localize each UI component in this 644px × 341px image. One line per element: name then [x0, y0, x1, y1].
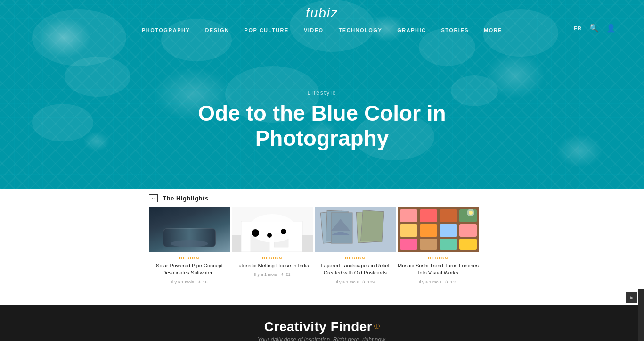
svg-point-8	[281, 229, 286, 234]
card-share-count: 129	[367, 280, 375, 284]
card-image-house	[232, 207, 313, 252]
search-icon[interactable]: 🔍	[589, 24, 599, 33]
arrow-left-icon: ‹	[152, 196, 153, 200]
hero-content: Lifestyle Ode to the Blue Color in Photo…	[0, 90, 644, 151]
creativity-title-row: Creativity Finder ⓘ	[264, 319, 380, 334]
svg-point-7	[267, 233, 272, 238]
card-title: Mosaic Sushi Trend Turns Lunches Into Vi…	[398, 262, 479, 277]
nav-item-photography[interactable]: PHOTOGRAPHY	[142, 27, 190, 33]
highlights-section: ‹ › The Highlights DESIGN Solar-Powered …	[0, 189, 644, 289]
card-time: Il y a 1 mois	[419, 280, 441, 284]
svg-rect-26	[440, 239, 457, 250]
divider-section	[0, 289, 644, 305]
card-title: Futuristic Melting House in India	[232, 262, 313, 269]
arrow-right-icon-small: ›	[154, 196, 155, 200]
nav-right-controls: FR 🔍 👤	[574, 24, 616, 33]
highlights-header: ‹ › The Highlights	[0, 194, 644, 207]
highlights-label: The Highlights	[163, 195, 208, 202]
card-category: DESIGN	[398, 256, 479, 260]
card-title: Layered Landscapes in Relief Created wit…	[315, 262, 396, 277]
svg-rect-18	[440, 209, 457, 222]
card-time: Il y a 1 mois	[254, 272, 277, 277]
creativity-finder-subtitle: Your daily dose of inspiration. Right he…	[0, 336, 644, 341]
card-share-count: 18	[203, 280, 208, 284]
card-share-icon: ✈ 115	[445, 280, 457, 284]
arrow-right-button[interactable]: ►	[626, 292, 637, 303]
hero-section: fubiz PHOTOGRAPHY DESIGN POP CULTURE VID…	[0, 0, 644, 189]
card-share-count: 21	[286, 272, 291, 277]
creativity-finder-title: Creativity Finder	[264, 319, 372, 334]
info-icon[interactable]: ⓘ	[374, 323, 380, 331]
card-share-icon: ✈ 18	[198, 280, 208, 284]
card-time: Il y a 1 mois	[336, 280, 359, 284]
vertical-divider	[322, 291, 322, 305]
nav-item-more[interactable]: MORE	[484, 27, 502, 33]
svg-rect-16	[400, 209, 417, 222]
card-time: Il y a 1 mois	[171, 280, 194, 284]
nav-item-graphic[interactable]: GRAPHIC	[397, 27, 426, 33]
card-item[interactable]: DESIGN Futuristic Melting House in India…	[232, 207, 313, 289]
card-share-icon: ✈ 21	[281, 272, 291, 277]
card-category: DESIGN	[315, 256, 396, 260]
card-image-landscape	[315, 207, 396, 252]
card-share-icon: ✈ 129	[362, 280, 375, 284]
card-image-sushi	[398, 207, 479, 252]
nav-item-stories[interactable]: STORIES	[441, 27, 469, 33]
svg-rect-22	[440, 224, 457, 237]
hero-title: Ode to the Blue Color in Photography	[157, 101, 487, 151]
dark-section: Creativity Finder ⓘ Your daily dose of i…	[0, 305, 644, 341]
svg-rect-23	[459, 224, 477, 237]
svg-point-5	[249, 214, 296, 242]
svg-point-29	[469, 211, 473, 215]
card-meta: Il y a 1 mois ✈ 21	[232, 272, 313, 277]
svg-rect-21	[420, 224, 437, 237]
svg-rect-24	[400, 239, 417, 250]
creativity-finder: Creativity Finder ⓘ Your daily dose of i…	[0, 319, 644, 341]
svg-rect-20	[400, 224, 417, 237]
svg-rect-25	[420, 239, 437, 250]
nav-item-design[interactable]: DESIGN	[205, 27, 229, 33]
sushi-svg	[398, 207, 479, 252]
card-category: DESIGN	[232, 256, 313, 260]
card-meta: Il y a 1 mois ✈ 129	[315, 280, 396, 284]
nav-item-technology[interactable]: TECHNOLOGY	[339, 27, 383, 33]
card-share-count: 115	[450, 280, 457, 284]
svg-rect-27	[459, 239, 477, 250]
house-svg	[232, 207, 313, 252]
svg-rect-14	[361, 210, 384, 242]
card-category: DESIGN	[149, 256, 230, 260]
svg-rect-17	[420, 209, 437, 222]
cards-row: DESIGN Solar-Powered Pipe Concept Desali…	[0, 207, 644, 289]
card-meta: Il y a 1 mois ✈ 18	[149, 280, 230, 284]
landscape-svg	[315, 207, 396, 252]
highlights-icon: ‹ ›	[149, 194, 158, 202]
svg-point-6	[252, 229, 259, 237]
card-title: Solar-Powered Pipe Concept Desalinates S…	[149, 262, 230, 277]
card-item[interactable]: DESIGN Mosaic Sushi Trend Turns Lunches …	[398, 207, 479, 289]
card-item[interactable]: DESIGN Solar-Powered Pipe Concept Desali…	[149, 207, 230, 289]
pipe-illustration	[163, 228, 216, 247]
top-navigation: fubiz PHOTOGRAPHY DESIGN POP CULTURE VID…	[0, 0, 644, 37]
user-icon[interactable]: 👤	[606, 24, 616, 33]
language-switcher[interactable]: FR	[574, 25, 582, 31]
nav-item-pop-culture[interactable]: POP CULTURE	[245, 27, 289, 33]
main-nav: PHOTOGRAPHY DESIGN POP CULTURE VIDEO TEC…	[142, 24, 502, 37]
card-image-pipe	[149, 207, 230, 252]
hero-category: Lifestyle	[0, 90, 644, 96]
nav-item-video[interactable]: VIDEO	[304, 27, 324, 33]
card-meta: Il y a 1 mois ✈ 115	[398, 280, 479, 284]
card-item[interactable]: DESIGN Layered Landscapes in Relief Crea…	[315, 207, 396, 289]
brand-logo[interactable]: fubiz	[306, 0, 338, 24]
